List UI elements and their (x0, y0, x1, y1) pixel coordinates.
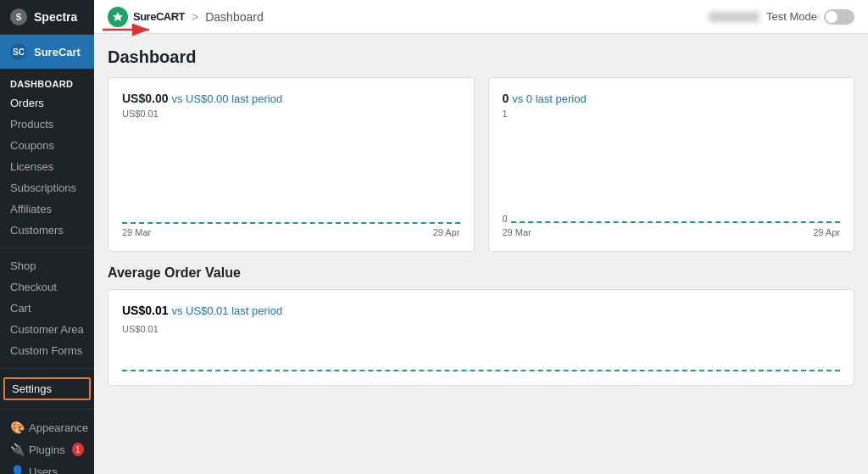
avg-chart-area (122, 337, 840, 371)
appearance-icon: 🎨 (10, 421, 24, 434)
chart1-dotted-line (122, 222, 460, 224)
sidebar-item-appearance[interactable]: 🎨 Appearance (0, 416, 94, 438)
sidebar-item-custom-forms[interactable]: Custom Forms (0, 340, 94, 361)
breadcrumb-dashboard: Dashboard (205, 10, 264, 24)
sidebar-item-plugins[interactable]: 🔌 Plugins 1 (0, 438, 94, 460)
sidebar-surecart-item[interactable]: SC SureCart (0, 35, 94, 69)
avg-y-label: US$0.01 (122, 324, 840, 334)
chart-card-orders: 0 vs 0 last period 1 0 29 Mar 29 Apr (488, 77, 855, 252)
orders-vs-text: vs 0 last period (512, 92, 586, 105)
chart2-bottom-value: 0 (503, 214, 508, 224)
chart1-area (122, 122, 460, 224)
arrow-annotation (94, 17, 162, 45)
breadcrumb-separator: > (192, 10, 198, 24)
sidebar-item-users[interactable]: 👤 Users (0, 460, 94, 474)
plugins-badge: 1 (72, 443, 84, 456)
sidebar-item-coupons[interactable]: Coupons (0, 135, 94, 156)
surecart-icon: SC (10, 43, 27, 60)
chart-title-revenue: US$0.00 vs US$0.00 last period (122, 92, 460, 105)
test-mode-toggle[interactable] (824, 9, 854, 25)
chart2-dotted-line (511, 221, 840, 223)
sidebar-logo[interactable]: S Spectra (0, 0, 94, 35)
avg-order-card: US$0.01 vs US$0.01 last period US$0.01 (108, 289, 854, 386)
sidebar-item-orders[interactable]: Orders (0, 92, 94, 114)
chart2-date-start: 29 Mar (503, 227, 531, 237)
avg-dotted-line (122, 370, 840, 371)
chart2-area: 0 (503, 122, 841, 224)
chart-card-revenue: US$0.00 vs US$0.00 last period US$0.01 2… (108, 77, 475, 252)
sidebar-item-products[interactable]: Products (0, 114, 94, 135)
chart1-y-label: US$0.01 (122, 109, 460, 119)
chart2-date-end: 29 Apr (813, 227, 840, 237)
topbar-right: Test Mode (709, 9, 854, 25)
sidebar-surecart-label: SureCart (34, 46, 81, 59)
avg-title: US$0.01 vs US$0.01 last period (122, 304, 840, 317)
dashboard-title: Dashboard (108, 47, 854, 67)
sidebar: S Spectra SC SureCart Dashboard Orders P… (0, 0, 94, 474)
charts-row: US$0.00 vs US$0.00 last period US$0.01 2… (108, 77, 854, 252)
sidebar-item-settings[interactable]: Settings (3, 377, 91, 400)
users-icon: 👤 (10, 465, 24, 474)
dashboard-content: Dashboard US$0.00 vs US$0.00 last period… (94, 34, 868, 474)
chart2-y-label: 1 (503, 109, 841, 119)
avg-section-title: Average Order Value (108, 265, 854, 281)
blurred-element (709, 12, 760, 22)
sidebar-item-licenses[interactable]: Licenses (0, 156, 94, 177)
sidebar-divider-2 (0, 368, 94, 369)
sidebar-logo-label: Spectra (34, 10, 77, 24)
orders-main-value: 0 (503, 92, 509, 105)
sidebar-item-checkout[interactable]: Checkout (0, 276, 94, 298)
sidebar-item-cart[interactable]: Cart (0, 298, 94, 319)
chart1-date-start: 29 Mar (122, 227, 151, 237)
sidebar-divider-3 (0, 409, 94, 410)
chart1-date-end: 29 Apr (433, 227, 460, 237)
chart2-footer: 29 Mar 29 Apr (503, 227, 841, 237)
revenue-vs-text: vs US$0.00 last period (171, 92, 282, 105)
sidebar-item-shop[interactable]: Shop (0, 255, 94, 276)
test-mode-label: Test Mode (766, 10, 817, 23)
sidebar-divider-1 (0, 248, 94, 248)
topbar: SureCART > Dashboard Test Mode (94, 0, 868, 34)
chart1-footer: 29 Mar 29 Apr (122, 227, 460, 237)
sidebar-item-customers[interactable]: Customers (0, 220, 94, 241)
revenue-main-value: US$0.00 (122, 92, 168, 105)
avg-main-value: US$0.01 (122, 304, 168, 317)
avg-vs-text: vs US$0.01 last period (171, 304, 282, 317)
sidebar-item-subscriptions[interactable]: Subscriptions (0, 177, 94, 198)
spectra-icon: S (10, 8, 27, 25)
dashboard-nav-title: Dashboard (0, 69, 94, 92)
sidebar-item-affiliates[interactable]: Affiliates (0, 198, 94, 220)
main-content: SureCART > Dashboard Test Mode Dashb (94, 0, 868, 474)
sidebar-item-customer-area[interactable]: Customer Area (0, 319, 94, 340)
chart-title-orders: 0 vs 0 last period (503, 92, 841, 105)
plugins-icon: 🔌 (10, 443, 24, 456)
